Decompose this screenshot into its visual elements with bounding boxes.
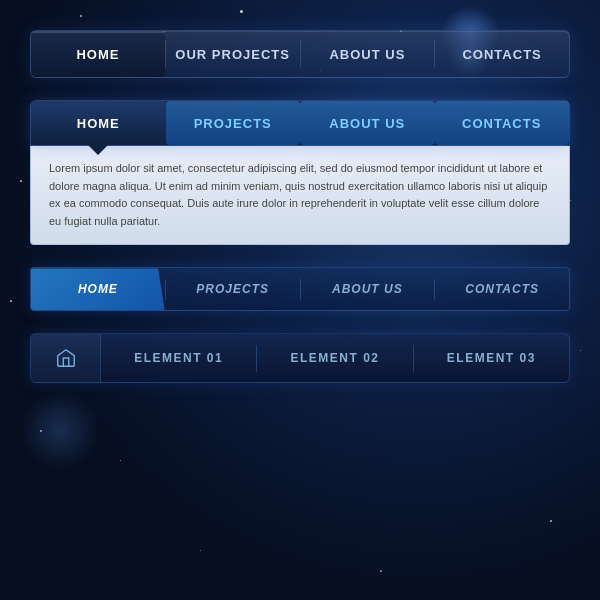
nav4-element1[interactable]: ELEMENT 01	[101, 334, 256, 382]
nav1-contacts[interactable]: CONTACTS	[435, 31, 569, 77]
navbar-3: HOME PROJECTS ABOUT US CONTACTS	[30, 267, 570, 311]
nav3-projects[interactable]: PROJECTS	[166, 268, 300, 310]
nav3-contacts[interactable]: CONTACTS	[435, 268, 569, 310]
nav1-projects[interactable]: OUR PROJECTS	[166, 31, 300, 77]
nav3-home[interactable]: HOME	[31, 268, 165, 310]
home-icon	[55, 347, 77, 369]
navbar-2: HOME PROJECTS ABOUT US CONTACTS	[30, 100, 570, 146]
nav2-projects[interactable]: PROJECTS	[166, 101, 301, 145]
nav1-about[interactable]: ABOUT US	[301, 31, 435, 77]
nav2-contacts[interactable]: CONTACTS	[435, 101, 570, 145]
nav3-about[interactable]: ABOUT US	[301, 268, 435, 310]
nav4-element2[interactable]: ELEMENT 02	[257, 334, 412, 382]
nav4-home-icon-button[interactable]	[31, 334, 101, 382]
navbar-4: ELEMENT 01 ELEMENT 02 ELEMENT 03	[30, 333, 570, 383]
nav2-home[interactable]: HOME	[31, 101, 166, 145]
nav1-home[interactable]: HOME	[31, 31, 165, 77]
navbar-1: HOME OUR PROJECTS ABOUT US CONTACTS	[30, 30, 570, 78]
nav4-element3[interactable]: ELEMENT 03	[414, 334, 569, 382]
nav2-about[interactable]: ABOUT US	[300, 101, 435, 145]
navbar-2-wrapper: HOME PROJECTS ABOUT US CONTACTS Lorem ip…	[30, 100, 570, 245]
main-content: HOME OUR PROJECTS ABOUT US CONTACTS HOME…	[0, 0, 600, 413]
nav2-dropdown: Lorem ipsum dolor sit amet, consectetur …	[30, 146, 570, 245]
